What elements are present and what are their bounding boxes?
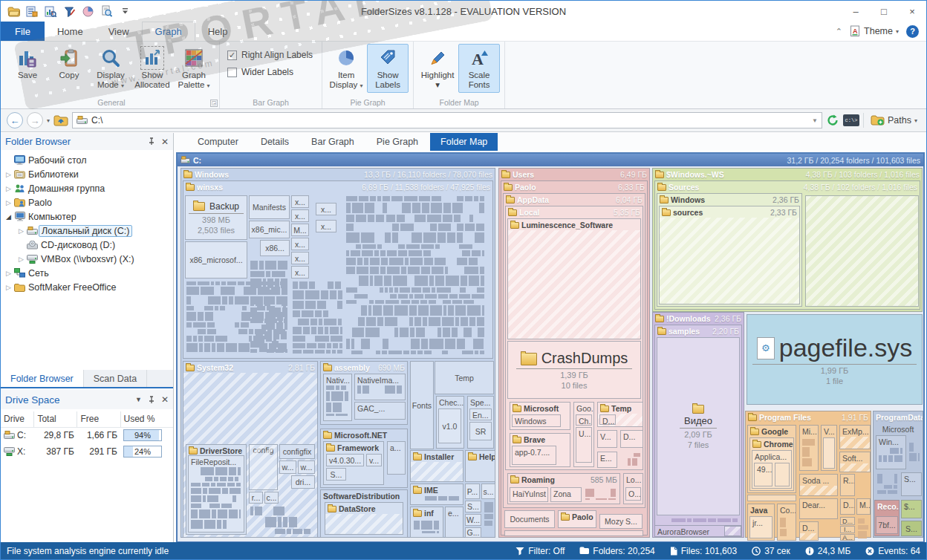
treemap-cell-mozy-s...[interactable]: Mozy S... xyxy=(599,514,643,529)
expand-icon[interactable]: ▷ xyxy=(4,270,13,277)
treemap-cell-d...[interactable]: D... xyxy=(799,521,819,541)
treemap-cell-configfix[interactable]: configfix xyxy=(279,444,315,459)
treemap-cell-sources[interactable]: sources2,33 ГБ xyxy=(659,206,800,305)
treemap-cell-x...[interactable]: x... xyxy=(291,266,309,279)
treemap-root-header[interactable]: C: 31,2 ГБ / 20,254 folders / 101,603 fi… xyxy=(178,154,923,166)
treemap-cell-o...[interactable]: O... xyxy=(625,487,641,501)
tree-item-библиотеки[interactable]: ▷Библиотеки xyxy=(1,167,173,181)
ribbon-tab-graph[interactable]: Graph xyxy=(142,22,195,41)
treemap-cell-p...[interactable]: P... xyxy=(465,484,480,499)
status-clock[interactable]: 37 сек xyxy=(752,546,790,556)
filter-icon[interactable] xyxy=(62,4,76,18)
treemap-cell-help[interactable]: Help xyxy=(465,450,495,482)
treemap-block[interactable] xyxy=(504,530,643,536)
tree-item-softmaker-freeoffice[interactable]: ▷SoftMaker FreeOffice xyxy=(1,280,173,294)
ribbon-tab-view[interactable]: View xyxy=(96,22,142,41)
treemap-cell-w...[interactable]: w... xyxy=(298,460,315,474)
treemap-cell-x86-mic...[interactable]: x86_mic... xyxy=(249,221,290,238)
tree-item-сеть[interactable]: ▷Сеть xyxy=(1,266,173,280)
tree-item-vmbox-vboxsvr-x-[interactable]: ▷VMBox (\\vboxsvr) (X:) xyxy=(1,252,173,266)
pin-icon[interactable] xyxy=(148,137,155,146)
pin-icon[interactable] xyxy=(148,396,155,404)
treemap-cell-jr...[interactable]: jr... xyxy=(749,516,772,538)
more-arrow-icon[interactable] xyxy=(118,4,131,18)
theme-button[interactable]: A Theme ▾ xyxy=(850,25,899,37)
minimize-button[interactable]: – xyxy=(842,1,870,22)
graph-palette-button[interactable]: GraphPalette ▾ xyxy=(173,44,215,94)
address-dropdown-icon[interactable]: ▼ xyxy=(812,117,818,124)
treemap-cell-7bf...[interactable]: 7bf... xyxy=(876,516,898,534)
help-button[interactable]: ? xyxy=(906,25,919,38)
treemap-cell-u...[interactable]: U... xyxy=(576,427,592,463)
collapse-ribbon-icon[interactable]: ⌃ xyxy=(836,27,842,36)
forward-button[interactable]: → xyxy=(27,112,43,128)
treemap-cell-en...[interactable]: En... xyxy=(469,408,492,420)
close-panel-icon[interactable]: ✕ xyxy=(161,137,169,147)
treemap-cell-v1.0[interactable]: v1.0 xyxy=(438,408,461,443)
treemap-cell-d...[interactable]: D... xyxy=(840,498,855,515)
column-header-drive[interactable]: Drive xyxy=(1,411,34,427)
refresh-button[interactable] xyxy=(826,114,839,127)
treemap-cell-dri...[interactable]: dri... xyxy=(291,475,315,489)
treemap-cell-$...[interactable]: $... xyxy=(901,500,922,518)
treemap-cell-x86...[interactable]: x86... xyxy=(260,240,290,256)
treemap-cell-microsoft[interactable]: Microsoft xyxy=(874,424,922,434)
treemap-cell-windows[interactable]: Windows xyxy=(512,414,561,427)
tree-item-cd-дисковод-d-[interactable]: CD-дисковод (D:) xyxy=(1,238,173,252)
treemap-cell-soft...[interactable]: Soft... xyxy=(839,452,871,472)
treemap-cell-haiyuinst[interactable]: HaiYuInst xyxy=(510,487,548,502)
treemap-cell-app-0.7....[interactable]: app-0.7.... xyxy=(512,446,556,465)
treemap-cell-c...[interactable]: c... xyxy=(264,492,279,504)
treemap-cell-paolo[interactable]: Paolo xyxy=(558,510,596,528)
treemap-cell-installer[interactable]: Installer xyxy=(410,450,464,482)
treemap-cell-x...[interactable]: x... xyxy=(291,252,309,264)
treemap-block[interactable] xyxy=(823,437,835,469)
treemap-cell-x...[interactable]: x... xyxy=(291,209,309,222)
treemap-cell-dear...[interactable]: Dear... xyxy=(799,498,838,519)
open-folder-icon[interactable] xyxy=(7,4,20,18)
ribbon-tab-help[interactable]: Help xyxy=(195,22,241,41)
treemap-block[interactable] xyxy=(724,526,741,536)
treemap-cell-a...[interactable]: a... xyxy=(387,441,406,475)
treemap-cell-x...[interactable]: x... xyxy=(316,220,336,232)
schedule-icon[interactable] xyxy=(81,4,94,18)
treemap-cell-x86-microsof...[interactable]: x86_microsof... xyxy=(185,241,247,279)
treemap-cell-e...[interactable]: e... xyxy=(445,507,464,538)
treemap-cell-v...[interactable]: V... xyxy=(597,430,617,448)
display-mode-button[interactable]: DisplayMode ▾ xyxy=(90,44,131,94)
tree-item-домашняя-группа[interactable]: ▷Домашняя группа xyxy=(1,181,173,195)
treemap-cell-pagefile.sys[interactable]: ⚙pagefile.sys1,99 ГБ1 file xyxy=(747,314,923,405)
treemap-cell-s...[interactable]: S... xyxy=(901,472,922,496)
treemap-cell-x...[interactable]: x... xyxy=(291,195,309,208)
treemap-cell-ch...[interactable]: Ch... xyxy=(576,414,592,426)
expand-icon[interactable]: ▷ xyxy=(4,171,13,178)
status-folder[interactable]: Folders: 20,254 xyxy=(579,546,654,556)
status-filter[interactable]: Filter: Off xyxy=(515,546,565,556)
expand-icon[interactable]: ▷ xyxy=(16,227,26,235)
ribbon-tab-home[interactable]: Home xyxy=(45,22,96,41)
column-header-used%[interactable]: Used % xyxy=(120,411,173,427)
treemap-cell-zona[interactable]: Zona xyxy=(550,487,582,502)
view-tab-computer[interactable]: Computer xyxy=(187,133,249,151)
treemap-block[interactable] xyxy=(775,463,790,486)
treemap-cell-s...[interactable]: S... xyxy=(465,501,481,512)
treemap-cell-d...[interactable]: D... xyxy=(599,414,616,425)
copy-button[interactable]: Copy xyxy=(48,44,90,83)
checkbox-right-align-labels[interactable]: ✓Right Align Labels xyxy=(227,50,313,60)
treemap-cell-s...[interactable]: S... xyxy=(326,468,346,481)
treemap-cell-soda-...[interactable]: Soda ... xyxy=(799,474,838,496)
treemap-cell-crashdumps[interactable]: CrashDumps1,39 ГБ10 files xyxy=(507,341,641,399)
chevron-down-icon[interactable]: ▼ xyxy=(135,396,142,403)
treemap-cell-s...[interactable]: S... xyxy=(901,521,922,536)
checkbox-wider-labels[interactable]: Wider Labels xyxy=(227,67,313,77)
view-tab-pie-graph[interactable]: Pie Graph xyxy=(366,133,429,151)
scale-fonts-button[interactable]: AScaleFonts xyxy=(458,44,500,93)
sidebar-tab-scan-data[interactable]: Scan Data xyxy=(84,370,147,387)
treemap-cell-sr[interactable]: SR xyxy=(469,422,492,440)
treemap-cell-exmp...[interactable]: ExMp... xyxy=(839,425,871,449)
treemap-cell-temp[interactable]: Temp xyxy=(435,361,494,394)
paths-button[interactable]: Paths ▾ xyxy=(868,113,920,128)
treemap-cell-w...[interactable]: w... xyxy=(279,460,296,474)
treemap-cell-d...[interactable]: D... xyxy=(620,430,643,448)
treemap-cell-w...[interactable]: W... xyxy=(465,514,481,526)
